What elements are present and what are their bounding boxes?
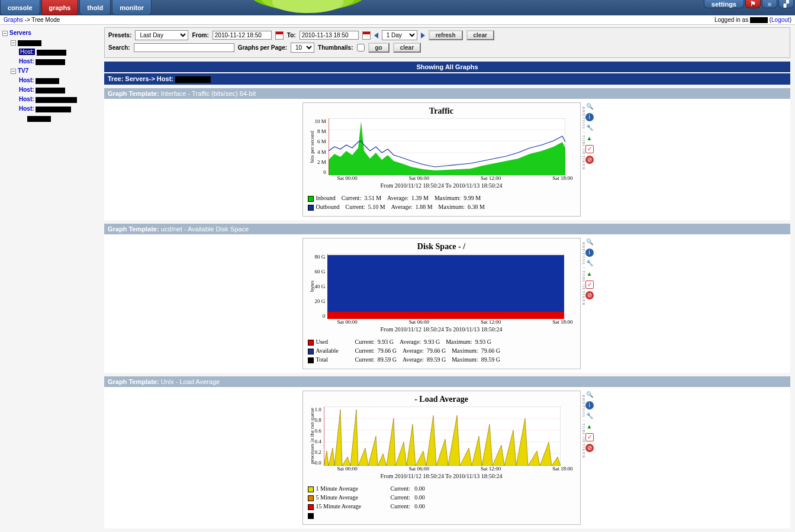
y-ticks: 80 G60 G40 G20 G0 [315, 254, 328, 319]
tab-settings[interactable]: settings [704, 0, 744, 8]
load-plot [324, 407, 561, 466]
presets-label: Presets: [108, 32, 131, 38]
graph-range: From 2010/11/12 18:50:24 To 2010/11/13 1… [308, 326, 575, 333]
x-ticks: Sat 00:00Sat 06:00Sat 12:00Sat 18:00 [308, 319, 575, 325]
graph-load: RRDTOOL / TOBI OETIKER - Load Average pr… [302, 391, 581, 525]
graph-legend: Inbound Current: 3.51 M Average: 1.39 M … [308, 194, 575, 211]
tab-monitor[interactable]: monitor [112, 0, 152, 15]
list-icon[interactable]: ≡ [762, 0, 777, 8]
tree-root[interactable]: Servers [9, 30, 31, 36]
graph-range: From 2010/11/12 18:50:24 To 2010/11/13 1… [308, 473, 575, 479]
thumbs-checkbox[interactable] [357, 44, 365, 51]
go-button[interactable]: go [368, 43, 390, 53]
graph-template-header: Graph Template: Unix - Load Average [104, 376, 790, 387]
svg-rect-7 [327, 312, 564, 319]
rrdtool-label: RRDTOOL / TOBI OETIKER [581, 107, 586, 170]
tab-console[interactable]: console [0, 0, 40, 15]
alert-icon[interactable]: ⚑ [745, 0, 761, 8]
tree-toggle-icon[interactable]: − [11, 69, 16, 74]
y-ticks: 10 M8 M6 M4 M2 M0 [315, 118, 329, 175]
disk-plot [327, 254, 564, 319]
shift-select[interactable]: 1 Day [382, 30, 417, 40]
filter-bar: Presets: Last Day From: To: 1 Day refres… [104, 27, 790, 58]
tree-host-selected[interactable]: Host: [19, 49, 35, 55]
main: Presets: Last Day From: To: 1 Day refres… [102, 25, 795, 532]
graph-legend: 1 Minute Average Current: 0.00 5 Minute … [308, 484, 575, 520]
graph-disk: RRDTOOL / TOBI OETIKER Disk Space - / by… [302, 238, 581, 369]
gpp-select[interactable]: 10 [291, 43, 314, 53]
rrdtool-label: RRDTOOL / TOBI OETIKER [581, 395, 586, 459]
rrdtool-label: RRDTOOL / TOBI OETIKER [581, 242, 586, 306]
svg-rect-8 [327, 255, 564, 312]
graph-title: - Load Average [308, 395, 575, 404]
calendar-icon[interactable] [275, 31, 284, 40]
y-ticks: 1.00.80.60.40.20.0 [315, 407, 324, 466]
tree-host[interactable]: Host: [19, 58, 34, 65]
y-axis-label: processes in the run queue [308, 407, 315, 466]
tree: −Servers − Host: Host: −TV7 Host: Host: … [2, 28, 99, 123]
search-input[interactable] [134, 43, 234, 52]
graph-traffic: RRDTOOL / TOBI OETIKER Traffic bits per … [302, 102, 581, 217]
sidebar: −Servers − Host: Host: −TV7 Host: Host: … [0, 25, 102, 532]
presets-select[interactable]: Last Day [135, 30, 188, 40]
graph-template-header: Graph Template: ucd/net - Available Disk… [104, 224, 790, 234]
chart-icon[interactable]: ▞ [778, 0, 794, 8]
tree-host[interactable]: Host: [19, 96, 34, 102]
tab-graphs[interactable]: graphs [41, 0, 79, 15]
shift-right-icon[interactable] [421, 33, 425, 38]
logout-link[interactable]: Logout [771, 17, 790, 23]
tree-toggle-icon[interactable]: − [11, 40, 16, 46]
breadcrumb: Graphs -> Tree Mode [4, 17, 60, 23]
graph-row: RRDTOOL / TOBI OETIKER Disk Space - / by… [104, 234, 790, 373]
from-label: From: [192, 32, 208, 38]
y-axis-label: bits per second [308, 118, 315, 175]
tree-host[interactable]: Host: [19, 105, 34, 112]
from-input[interactable] [213, 31, 272, 40]
graph-row: RRDTOOL / TOBI OETIKER - Load Average pr… [104, 387, 790, 528]
graph-title: Traffic [308, 107, 575, 116]
tree-host[interactable]: Host: [19, 77, 34, 83]
graph-range: From 2010/11/12 18:50:24 To 2010/11/13 1… [308, 182, 575, 189]
tree-group[interactable]: TV7 [18, 67, 28, 74]
tree-host[interactable]: Host: [19, 86, 34, 93]
shift-left-icon[interactable] [374, 33, 378, 38]
clear-button[interactable]: clear [466, 30, 494, 40]
graph-row: RRDTOOL / TOBI OETIKER Traffic bits per … [104, 99, 790, 220]
showing-header: Showing All Graphs [104, 62, 790, 72]
graph-title: Disk Space - / [308, 242, 575, 252]
top-nav: console graphs thold monitor settings ⚑ … [0, 0, 795, 15]
logo-swoosh [249, 0, 367, 15]
refresh-button[interactable]: refresh [429, 30, 463, 40]
to-label: To: [287, 32, 296, 38]
graph-template-header: Graph Template: Interface - Traffic (bit… [104, 88, 790, 99]
y-axis-label: bytes [308, 254, 315, 319]
tree-path-header: Tree: Servers-> Host: [104, 73, 790, 85]
login-status: Logged in as (Logout) [714, 17, 791, 23]
thumbs-label: Thumbnails: [318, 44, 353, 51]
tree-toggle-icon[interactable]: − [2, 31, 8, 36]
to-input[interactable] [300, 31, 359, 40]
clear-button-2[interactable]: clear [393, 43, 421, 53]
tab-thold[interactable]: thold [79, 0, 111, 15]
x-ticks: Sat 00:00Sat 06:00Sat 12:00Sat 18:00 [308, 175, 575, 181]
breadcrumb-root[interactable]: Graphs [4, 17, 23, 23]
gpp-label: Graphs per Page: [238, 44, 287, 51]
x-ticks: Sat 00:00Sat 06:00Sat 12:00Sat 18:00 [308, 466, 575, 472]
traffic-plot [329, 118, 565, 175]
calendar-icon[interactable] [362, 31, 371, 40]
graph-legend: Used Current: 9.93 G Average: 9.93 G Max… [308, 337, 575, 364]
subbar: Graphs -> Tree Mode Logged in as (Logout… [0, 15, 795, 25]
search-label: Search: [108, 44, 130, 51]
